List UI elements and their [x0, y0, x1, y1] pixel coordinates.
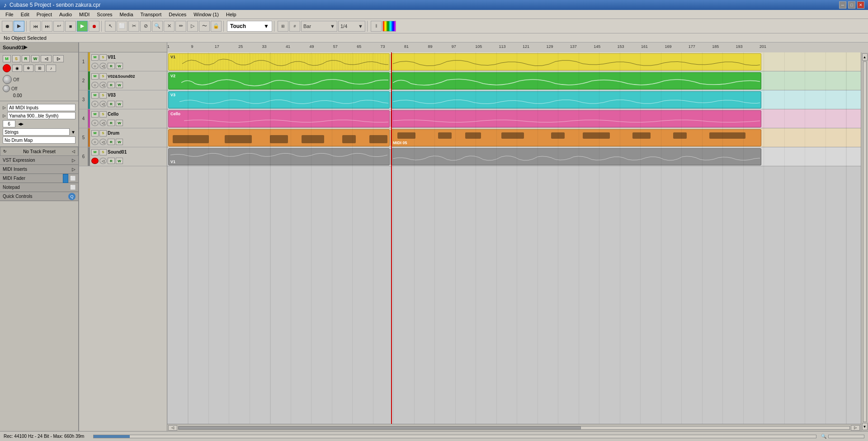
- content-row-4[interactable]: Cello: [167, 109, 861, 128]
- quantize-dropdown[interactable]: Bar▼: [301, 21, 337, 32]
- t4-midi-in[interactable]: ◁: [99, 120, 107, 126]
- scroll-down-btn[interactable]: ▼: [862, 423, 868, 430]
- t6-rec-btn[interactable]: [91, 158, 99, 164]
- horizontal-scrollbar-thumb[interactable]: [179, 427, 581, 429]
- content-row-6[interactable]: V1: [167, 147, 861, 166]
- quantize-value-dropdown[interactable]: 1/4▼: [338, 21, 365, 32]
- maximize-button[interactable]: □: [848, 1, 855, 9]
- fast-forward-end-button[interactable]: ⏭: [42, 21, 52, 32]
- grid-btn[interactable]: #: [289, 21, 300, 32]
- track-chord-btn[interactable]: ♪: [46, 65, 56, 72]
- track-record-button[interactable]: [3, 64, 11, 72]
- play-button[interactable]: ▶: [77, 21, 88, 32]
- t1-m-btn[interactable]: M: [91, 54, 99, 61]
- touch-mode-dropdown[interactable]: Touch ▼: [227, 21, 272, 32]
- menu-help[interactable]: Help: [222, 11, 240, 18]
- scrollbar-right[interactable]: ▲ ▼: [861, 52, 868, 431]
- menu-midi[interactable]: MIDI: [75, 11, 93, 18]
- channel-selector[interactable]: 6: [3, 120, 15, 127]
- t4-m-btn[interactable]: M: [91, 111, 99, 117]
- menu-edit[interactable]: Edit: [17, 11, 33, 18]
- track-w-button[interactable]: W: [31, 55, 39, 62]
- menu-scores[interactable]: Scores: [93, 11, 116, 18]
- play-tool[interactable]: ▷: [187, 21, 198, 32]
- split-tool[interactable]: ✂: [128, 21, 139, 32]
- t2-midi-out[interactable]: ○: [91, 82, 99, 88]
- clip-drum-1[interactable]: [168, 129, 390, 146]
- t4-midi-out[interactable]: ○: [91, 120, 99, 126]
- draw-tool[interactable]: ✏: [175, 21, 186, 32]
- zoom-tool[interactable]: 🔍: [152, 21, 163, 32]
- rewind-to-start-button[interactable]: ⏮: [30, 21, 41, 32]
- menu-transport[interactable]: Transport: [137, 11, 165, 18]
- t3-m-btn[interactable]: M: [91, 92, 99, 99]
- snap-btn[interactable]: ⊞: [278, 21, 288, 32]
- t1-w-btn[interactable]: W: [116, 63, 123, 69]
- t2-midi-in[interactable]: ◁: [99, 82, 107, 88]
- t3-w-btn[interactable]: W: [116, 101, 123, 107]
- track-freeze-btn[interactable]: ❄: [24, 65, 33, 72]
- track-volume-knob[interactable]: [3, 75, 12, 84]
- content-row-3[interactable]: V3: [167, 90, 861, 109]
- midi-input-dropdown[interactable]: All MIDI Inputs: [7, 104, 75, 111]
- track-pan-knob[interactable]: [3, 85, 10, 92]
- scroll-left-btn[interactable]: ◁: [168, 425, 177, 431]
- t5-midi-out[interactable]: ○: [91, 139, 99, 145]
- drum-map-dropdown[interactable]: No Drum Map: [3, 136, 75, 144]
- clip-sound01-1[interactable]: V1: [168, 148, 390, 165]
- t6-midi-in[interactable]: ◁: [99, 158, 107, 164]
- t6-s-btn[interactable]: S: [99, 149, 107, 155]
- scroll-up-btn[interactable]: ▲: [862, 53, 868, 61]
- t5-r-btn[interactable]: R: [108, 139, 115, 145]
- t1-r-btn[interactable]: R: [108, 63, 115, 69]
- clip-drum-midi[interactable]: MIDI 05: [391, 129, 761, 146]
- stop-button[interactable]: ■: [65, 21, 76, 32]
- vertical-scrollbar-track[interactable]: [863, 61, 867, 422]
- t5-w-btn[interactable]: W: [116, 139, 123, 145]
- t2-s-btn[interactable]: S: [99, 73, 107, 80]
- menu-file[interactable]: File: [2, 11, 17, 18]
- t1-midi-in[interactable]: ◁: [99, 63, 107, 69]
- t3-midi-out[interactable]: ○: [91, 101, 99, 107]
- midi-fader-section[interactable]: MIDI Fader ⬜: [0, 174, 78, 183]
- range-tool[interactable]: ⬜: [117, 21, 127, 32]
- t3-s-btn[interactable]: S: [99, 92, 107, 99]
- clip-cello-1[interactable]: Cello: [168, 110, 390, 127]
- mute-tool[interactable]: ✕: [164, 21, 175, 32]
- content-row-1[interactable]: V1: [167, 52, 861, 71]
- toolbar-record-button[interactable]: ⏺: [2, 21, 13, 32]
- t5-m-btn[interactable]: M: [91, 130, 99, 136]
- close-button[interactable]: ✕: [857, 1, 864, 9]
- inspector-track-header[interactable]: Sound01 ▶: [0, 42, 78, 52]
- t6-m-btn[interactable]: M: [91, 149, 99, 155]
- clip-v3-1[interactable]: V3: [168, 91, 390, 108]
- menu-project[interactable]: Project: [33, 11, 56, 18]
- menu-media[interactable]: Media: [116, 11, 137, 18]
- track-extra-btn2[interactable]: ▷: [53, 55, 64, 62]
- t2-w-btn[interactable]: W: [116, 82, 123, 88]
- t6-r-btn[interactable]: R: [108, 158, 115, 164]
- toolbar-play-button[interactable]: ▶: [14, 21, 24, 32]
- timeline-ruler[interactable]: 1917253341495765738189971051131211291371…: [167, 42, 868, 52]
- track-m-button[interactable]: M: [3, 55, 11, 62]
- zoom-slider[interactable]: [828, 435, 864, 438]
- clip-v3-2[interactable]: [391, 91, 761, 108]
- t2-m-btn[interactable]: M: [91, 73, 99, 80]
- track-preset-bar[interactable]: ↻ No Track Preset ◁: [0, 147, 78, 156]
- menu-audio[interactable]: Audio: [56, 11, 75, 18]
- notepad-section[interactable]: Notepad ⬜: [0, 183, 78, 192]
- clip-v2-2[interactable]: [391, 72, 761, 89]
- vst-expression-section[interactable]: VST Expression ▷: [0, 156, 78, 165]
- clip-v2-1[interactable]: V2: [168, 72, 390, 89]
- instrument-dropdown[interactable]: Yamaha 900...ble Synth): [7, 112, 75, 119]
- erase-tool[interactable]: ⊘: [140, 21, 151, 32]
- mixer-btn[interactable]: ⫴: [371, 21, 382, 32]
- channel-arrows[interactable]: ◀▶: [18, 122, 24, 126]
- menu-devices[interactable]: Devices: [165, 11, 190, 18]
- menu-window[interactable]: Window (1): [190, 11, 222, 18]
- pitch-tool[interactable]: 🔒: [211, 21, 222, 32]
- t5-s-btn[interactable]: S: [99, 130, 107, 136]
- t4-r-btn[interactable]: R: [108, 120, 115, 126]
- t1-midi-out[interactable]: ○: [91, 63, 99, 69]
- clip-cello-2[interactable]: [391, 110, 761, 127]
